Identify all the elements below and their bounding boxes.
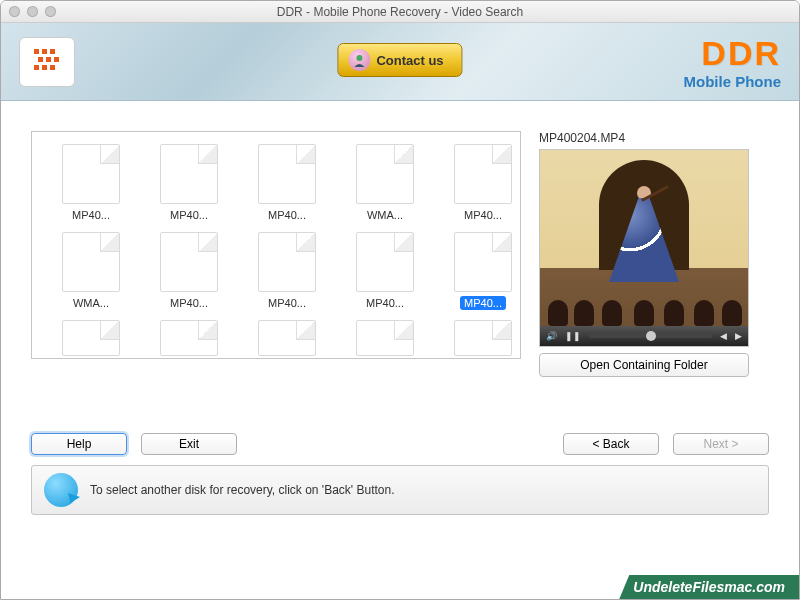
bottom-button-row: Help Exit < Back Next > xyxy=(31,433,769,455)
open-containing-folder-button[interactable]: Open Containing Folder xyxy=(539,353,749,377)
file-label: MP40... xyxy=(166,208,212,222)
svg-rect-3 xyxy=(38,57,43,62)
info-text: To select another disk for recovery, cli… xyxy=(90,483,395,497)
file-label: WMA... xyxy=(69,296,113,310)
file-icon xyxy=(62,320,120,356)
contact-us-button[interactable]: Contact us xyxy=(337,43,462,77)
file-item[interactable] xyxy=(344,320,426,356)
preview-filename: MP400204.MP4 xyxy=(539,131,769,145)
file-item[interactable]: WMA... xyxy=(344,144,426,222)
preview-image xyxy=(540,150,748,346)
header-banner: Contact us DDR Mobile Phone xyxy=(1,23,799,101)
file-icon xyxy=(258,144,316,204)
file-item[interactable]: MP40... xyxy=(50,144,132,222)
file-item[interactable]: MP40... xyxy=(344,232,426,310)
window-title: DDR - Mobile Phone Recovery - Video Sear… xyxy=(1,5,799,19)
brand-title: DDR xyxy=(684,34,782,73)
file-label: MP40... xyxy=(264,208,310,222)
file-item[interactable]: MP40... xyxy=(442,144,521,222)
file-item[interactable]: MP40... xyxy=(246,232,328,310)
file-icon xyxy=(62,144,120,204)
info-bar: To select another disk for recovery, cli… xyxy=(31,465,769,515)
svg-rect-1 xyxy=(42,49,47,54)
file-icon xyxy=(454,232,512,292)
exit-button[interactable]: Exit xyxy=(141,433,237,455)
file-grid-panel[interactable]: MP40... MP40... MP40... WMA... MP40... W… xyxy=(31,131,521,359)
file-icon xyxy=(258,232,316,292)
main-row: MP40... MP40... MP40... WMA... MP40... W… xyxy=(31,131,769,377)
file-item[interactable]: MP40... xyxy=(148,232,230,310)
video-preview[interactable]: 🔊 ❚❚ ◀ ▶ xyxy=(539,149,749,347)
file-label: MP40... xyxy=(460,296,506,310)
contact-us-label: Contact us xyxy=(376,53,443,68)
svg-rect-2 xyxy=(50,49,55,54)
file-grid: MP40... MP40... MP40... WMA... MP40... W… xyxy=(50,144,508,356)
next-icon[interactable]: ▶ xyxy=(735,331,742,341)
watermark: UndeleteFilesmac.com xyxy=(619,575,799,599)
file-label: WMA... xyxy=(363,208,407,222)
person-icon xyxy=(348,49,370,71)
back-button[interactable]: < Back xyxy=(563,433,659,455)
chat-bubble-icon xyxy=(44,473,78,507)
prev-icon[interactable]: ◀ xyxy=(720,331,727,341)
titlebar: DDR - Mobile Phone Recovery - Video Sear… xyxy=(1,1,799,23)
file-item[interactable]: MP40... xyxy=(442,232,521,310)
help-button[interactable]: Help xyxy=(31,433,127,455)
file-icon xyxy=(160,144,218,204)
video-controls[interactable]: 🔊 ❚❚ ◀ ▶ xyxy=(540,326,748,346)
file-item[interactable] xyxy=(50,320,132,356)
content-area: MP40... MP40... MP40... WMA... MP40... W… xyxy=(1,101,799,599)
brand-subtitle: Mobile Phone xyxy=(684,73,782,90)
file-icon xyxy=(356,144,414,204)
seek-thumb[interactable] xyxy=(646,331,656,341)
file-icon xyxy=(160,320,218,356)
svg-rect-7 xyxy=(42,65,47,70)
file-item[interactable] xyxy=(442,320,521,356)
file-icon xyxy=(356,232,414,292)
pause-icon[interactable]: ❚❚ xyxy=(565,331,581,341)
file-icon xyxy=(258,320,316,356)
next-button: Next > xyxy=(673,433,769,455)
svg-rect-4 xyxy=(46,57,51,62)
file-icon xyxy=(454,144,512,204)
file-icon xyxy=(160,232,218,292)
volume-icon[interactable]: 🔊 xyxy=(546,331,557,341)
svg-rect-8 xyxy=(50,65,55,70)
app-logo xyxy=(19,37,75,87)
file-item[interactable]: WMA... xyxy=(50,232,132,310)
svg-point-9 xyxy=(356,55,362,61)
svg-rect-6 xyxy=(34,65,39,70)
preview-column: MP400204.MP4 🔊 ❚❚ xyxy=(539,131,769,377)
logo-icon xyxy=(30,45,64,79)
app-window: DDR - Mobile Phone Recovery - Video Sear… xyxy=(0,0,800,600)
file-item[interactable] xyxy=(148,320,230,356)
file-icon xyxy=(454,320,512,356)
file-item[interactable]: MP40... xyxy=(148,144,230,222)
svg-rect-0 xyxy=(34,49,39,54)
file-item[interactable]: MP40... xyxy=(246,144,328,222)
file-label: MP40... xyxy=(166,296,212,310)
svg-rect-5 xyxy=(54,57,59,62)
file-label: MP40... xyxy=(264,296,310,310)
file-icon xyxy=(62,232,120,292)
file-item[interactable] xyxy=(246,320,328,356)
file-icon xyxy=(356,320,414,356)
file-label: MP40... xyxy=(362,296,408,310)
seek-track[interactable] xyxy=(589,334,712,338)
brand-block: DDR Mobile Phone xyxy=(684,34,782,90)
file-label: MP40... xyxy=(460,208,506,222)
file-label: MP40... xyxy=(68,208,114,222)
